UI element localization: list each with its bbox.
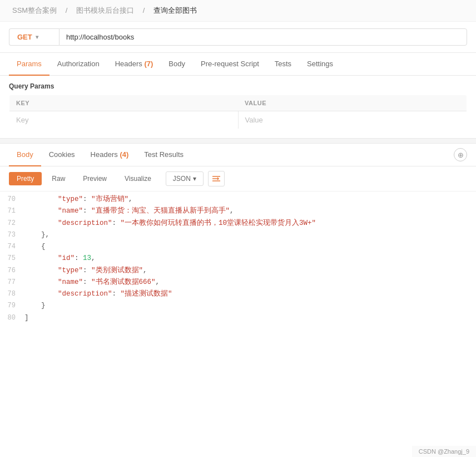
format-raw-btn[interactable]: Raw [44, 172, 73, 185]
url-input[interactable] [59, 28, 467, 46]
line-number: 70 [0, 194, 22, 205]
json-response-body: 70 "type": "市场营销", 71 "name": "直播带货：淘宝、天… [0, 191, 476, 326]
tab-headers[interactable]: Headers (7) [107, 53, 161, 76]
globe-icon[interactable]: ⊕ [454, 148, 467, 161]
code-line-78: 78 "description": "描述测试数据" [0, 288, 476, 300]
json-format-label: JSON [173, 175, 191, 183]
code-line-79: 79 } [0, 300, 476, 312]
code-line-74: 74 { [0, 241, 476, 253]
tab-body[interactable]: Body [161, 53, 193, 76]
resp-tab-headers[interactable]: Headers (4) [83, 144, 137, 166]
chevron-down-icon: ▾ [36, 34, 38, 40]
code-line-72: 72 "description": "一本教你如何玩转直播的书，10堂课轻松实现… [0, 218, 476, 229]
code-line-76: 76 "type": "类别测试数据", [0, 265, 476, 277]
method-label: GET [17, 33, 32, 41]
line-number: 76 [0, 265, 22, 276]
format-preview-btn[interactable]: Preview [75, 172, 115, 185]
code-line-70: 70 "type": "市场营销", [0, 194, 476, 205]
code-line-80: 80 ] [0, 312, 476, 324]
tab-settings[interactable]: Settings [299, 53, 341, 76]
line-number: 74 [0, 241, 22, 252]
line-number: 73 [0, 229, 22, 240]
format-pretty-btn[interactable]: Pretty [9, 172, 42, 185]
params-table: KEY VALUE Key Value [9, 95, 467, 129]
col-value: VALUE [238, 95, 467, 111]
tab-authorization[interactable]: Authorization [49, 53, 107, 76]
response-tabs: Body Cookies Headers (4) Test Results ⊕ [0, 144, 476, 166]
breadcrumb: SSM整合案例 / 图书模块后台接口 / 查询全部图书 [0, 0, 476, 22]
query-params-label: Query Params [9, 82, 467, 90]
format-visualize-btn[interactable]: Visualize [117, 172, 159, 185]
breadcrumb-item-1[interactable]: SSM整合案例 [12, 6, 57, 14]
code-line-73: 73 }, [0, 229, 476, 241]
resp-tabs-right: ⊕ [454, 144, 467, 166]
json-format-select[interactable]: JSON ▾ [166, 171, 204, 186]
resp-tab-cookies[interactable]: Cookies [41, 144, 83, 166]
line-number: 71 [0, 205, 22, 217]
headers-badge: (7) [144, 60, 153, 68]
breadcrumb-item-2[interactable]: 图书模块后台接口 [76, 6, 134, 14]
table-row: Key Value [9, 111, 467, 129]
key-placeholder[interactable]: Key [9, 111, 239, 129]
col-key: KEY [9, 95, 239, 111]
url-bar: GET ▾ [0, 22, 476, 53]
code-line-75: 75 "id": 13, [0, 253, 476, 264]
tab-tests[interactable]: Tests [267, 53, 299, 76]
breadcrumb-separator: / [143, 6, 147, 14]
code-line-77: 77 "name": "书名测试数据666", [0, 277, 476, 288]
line-number: 72 [0, 218, 22, 229]
resp-tab-body[interactable]: Body [9, 144, 41, 166]
line-number: 78 [0, 288, 22, 299]
line-number: 77 [0, 277, 22, 288]
method-selector[interactable]: GET ▾ [9, 28, 59, 46]
resp-headers-badge: (4) [120, 150, 128, 159]
wrap-button[interactable] [208, 171, 225, 186]
tab-params[interactable]: Params [9, 53, 49, 76]
breadcrumb-current: 查询全部图书 [153, 6, 197, 14]
breadcrumb-separator: / [66, 6, 70, 14]
request-tabs: Params Authorization Headers (7) Body Pr… [0, 53, 476, 76]
tab-pre-request[interactable]: Pre-request Script [193, 53, 267, 76]
query-params-section: Query Params KEY VALUE Key Value [0, 76, 476, 129]
line-number: 75 [0, 253, 22, 264]
chevron-down-icon: ▾ [193, 175, 196, 183]
line-number: 80 [0, 312, 22, 323]
value-placeholder[interactable]: Value [238, 111, 467, 129]
format-bar: Pretty Raw Preview Visualize JSON ▾ [0, 166, 476, 191]
line-number: 79 [0, 300, 22, 311]
code-line-71: 71 "name": "直播带货：淘宝、天猫直播从新手到高手", [0, 205, 476, 217]
section-divider [0, 138, 476, 144]
resp-tab-test-results[interactable]: Test Results [136, 144, 191, 166]
